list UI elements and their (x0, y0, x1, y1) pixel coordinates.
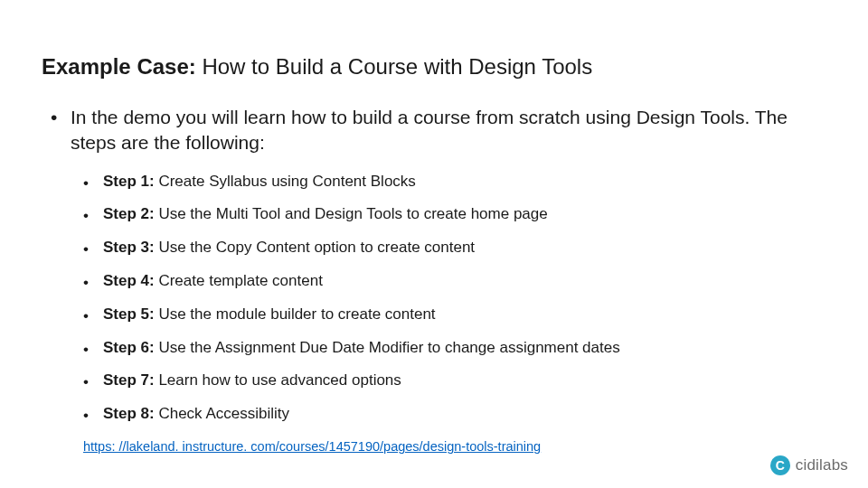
list-item: • Step 7: Learn how to use advanced opti… (83, 371, 826, 393)
step-line: Step 1: Create Syllabus using Content Bl… (103, 173, 416, 191)
steps-list: • Step 1: Create Syllabus using Content … (83, 173, 826, 427)
title-text: How to Build a Course with Design Tools (196, 54, 592, 79)
step-text: Create template content (155, 272, 323, 289)
step-text: Use the Copy Content option to create co… (155, 239, 475, 256)
brand-mark-icon: C (770, 455, 790, 475)
list-item: • In the demo you will learn how to buil… (51, 105, 826, 156)
step-label: Step 6: (103, 339, 155, 356)
list-item: • Step 3: Use the Copy Content option to… (83, 239, 826, 260)
step-text: Use the Assignment Due Date Modifier to … (155, 339, 620, 356)
step-line: Step 4: Create template content (103, 272, 323, 290)
link-row: https: //lakeland. instructure. com/cour… (83, 438, 826, 455)
step-line: Step 8: Check Accessibility (103, 405, 289, 423)
brand-name: cidilabs (796, 456, 848, 474)
step-line: Step 5: Use the module builder to create… (103, 305, 436, 324)
step-label: Step 2: (103, 205, 155, 222)
brand-logo: C cidilabs (770, 455, 848, 475)
step-label: Step 3: (103, 239, 155, 256)
slide-body: Example Case: How to Build a Course with… (0, 0, 868, 473)
list-item: • Step 8: Check Accessibility (83, 405, 826, 427)
step-label: Step 8: (103, 405, 155, 422)
list-item: • Step 2: Use the Multi Tool and Design … (83, 205, 826, 227)
bullet-icon: • (83, 239, 103, 260)
step-label: Step 7: (103, 371, 155, 389)
intro-text: In the demo you will learn how to build … (71, 105, 826, 156)
bullet-icon: • (83, 305, 103, 327)
training-link[interactable]: https: //lakeland. instructure. com/cour… (83, 439, 541, 454)
step-label: Step 1: (103, 173, 155, 190)
bullet-icon: • (83, 339, 103, 361)
step-line: Step 2: Use the Multi Tool and Design To… (103, 205, 548, 223)
bullet-icon: • (83, 173, 103, 194)
step-line: Step 7: Learn how to use advanced option… (103, 371, 401, 389)
step-label: Step 4: (103, 272, 155, 289)
title-label: Example Case: (42, 54, 196, 79)
step-text: Check Accessibility (155, 405, 289, 422)
step-text: Use the module builder to create content (155, 305, 436, 323)
step-text: Use the Multi Tool and Design Tools to c… (155, 205, 548, 222)
step-line: Step 3: Use the Copy Content option to c… (103, 239, 475, 257)
list-item: • Step 4: Create template content (83, 272, 826, 294)
list-item: • Step 5: Use the module builder to crea… (83, 305, 826, 327)
step-text: Create Syllabus using Content Blocks (155, 173, 416, 190)
step-line: Step 6: Use the Assignment Due Date Modi… (103, 339, 620, 357)
bullet-icon: • (83, 405, 103, 427)
bullet-icon: • (83, 371, 103, 393)
intro-block: • In the demo you will learn how to buil… (51, 105, 826, 156)
list-item: • Step 1: Create Syllabus using Content … (83, 173, 826, 194)
bullet-icon: • (83, 205, 103, 227)
list-item: • Step 6: Use the Assignment Due Date Mo… (83, 339, 826, 361)
step-label: Step 5: (103, 305, 155, 323)
step-text: Learn how to use advanced options (155, 371, 401, 389)
bullet-icon: • (51, 105, 71, 130)
bullet-icon: • (83, 272, 103, 294)
slide-title: Example Case: How to Build a Course with… (42, 54, 826, 80)
